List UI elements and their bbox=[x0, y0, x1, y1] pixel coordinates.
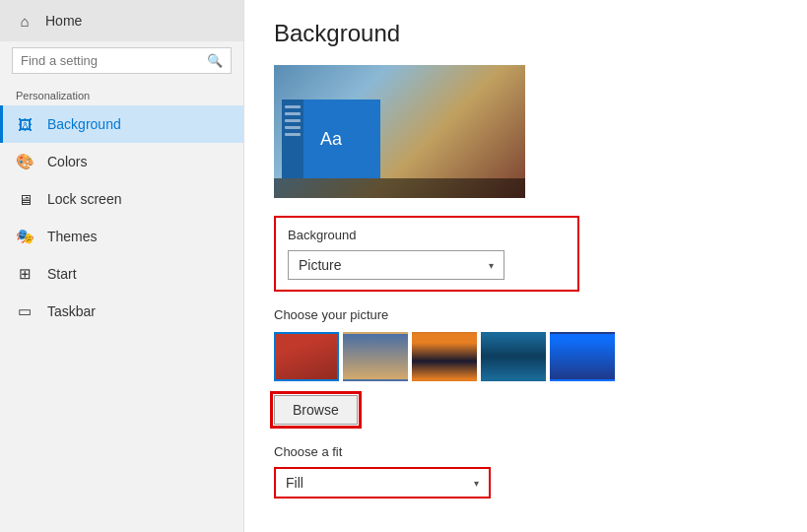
preview-taskbar bbox=[274, 178, 525, 198]
picture-grid bbox=[274, 332, 777, 381]
fit-dropdown-value: Fill bbox=[286, 475, 303, 491]
choose-picture-label: Choose your picture bbox=[274, 307, 777, 322]
main-content: Background Aa Background Picture bbox=[244, 0, 807, 532]
background-section-box: Background Picture ▾ bbox=[274, 216, 579, 292]
picture-thumb-5[interactable] bbox=[550, 332, 615, 381]
sidebar-item-background-label: Background bbox=[47, 116, 121, 132]
sidebar-line bbox=[285, 126, 301, 129]
search-input[interactable] bbox=[21, 53, 201, 68]
picture-thumb-3[interactable] bbox=[412, 332, 477, 381]
browse-button[interactable]: Browse bbox=[274, 395, 358, 425]
preview-window: Aa bbox=[282, 100, 380, 178]
search-icon: 🔍 bbox=[207, 53, 223, 68]
home-label: Home bbox=[45, 13, 82, 29]
sidebar-item-colors[interactable]: 🎨 Colors bbox=[0, 143, 243, 180]
background-dropdown-value: Picture bbox=[299, 257, 342, 273]
sidebar-item-lock-screen[interactable]: 🖥 Lock screen bbox=[0, 180, 243, 218]
background-preview: Aa bbox=[274, 65, 525, 198]
background-icon: 🖼 bbox=[16, 115, 34, 133]
page-title: Background bbox=[274, 20, 777, 47]
sidebar-item-lock-label: Lock screen bbox=[47, 191, 121, 207]
picture-thumb-4[interactable] bbox=[481, 332, 546, 381]
themes-icon: 🎭 bbox=[16, 228, 34, 245]
sidebar-section-label: Personalization bbox=[0, 80, 243, 105]
sidebar-item-start-label: Start bbox=[47, 266, 77, 282]
preview-window-sidebar bbox=[282, 100, 303, 178]
sidebar-item-themes-label: Themes bbox=[47, 229, 98, 244]
background-dropdown[interactable]: Picture ▾ bbox=[288, 250, 504, 280]
sidebar-line bbox=[285, 112, 301, 115]
home-icon: ⌂ bbox=[16, 12, 34, 30]
sidebar-item-start[interactable]: ⊞ Start bbox=[0, 255, 243, 293]
colors-icon: 🎨 bbox=[16, 153, 34, 170]
sidebar-item-taskbar[interactable]: ▭ Taskbar bbox=[0, 293, 243, 330]
fit-chevron-icon: ▾ bbox=[474, 478, 479, 489]
browse-area: Browse bbox=[274, 395, 777, 425]
sidebar-item-taskbar-label: Taskbar bbox=[47, 303, 96, 319]
sidebar-item-themes[interactable]: 🎭 Themes bbox=[0, 218, 243, 255]
sidebar-item-background[interactable]: 🖼 Background bbox=[0, 105, 243, 143]
taskbar-icon: ▭ bbox=[16, 302, 34, 320]
start-icon: ⊞ bbox=[16, 265, 34, 283]
search-box[interactable]: 🔍 bbox=[12, 47, 232, 74]
sidebar-item-colors-label: Colors bbox=[47, 154, 87, 169]
sidebar-line bbox=[285, 119, 301, 122]
chevron-down-icon: ▾ bbox=[489, 260, 494, 271]
fit-dropdown[interactable]: Fill ▾ bbox=[274, 467, 491, 499]
picture-thumb-2[interactable] bbox=[343, 332, 408, 381]
sidebar-item-home[interactable]: ⌂ Home bbox=[0, 0, 243, 41]
sidebar-line bbox=[285, 133, 301, 136]
sidebar-line bbox=[285, 105, 301, 108]
background-section-label: Background bbox=[288, 228, 566, 242]
lock-icon: 🖥 bbox=[16, 190, 34, 208]
choose-fit-label: Choose a fit bbox=[274, 444, 777, 459]
sidebar: ⌂ Home 🔍 Personalization 🖼 Background 🎨 … bbox=[0, 0, 244, 532]
picture-thumb-1[interactable] bbox=[274, 332, 339, 381]
